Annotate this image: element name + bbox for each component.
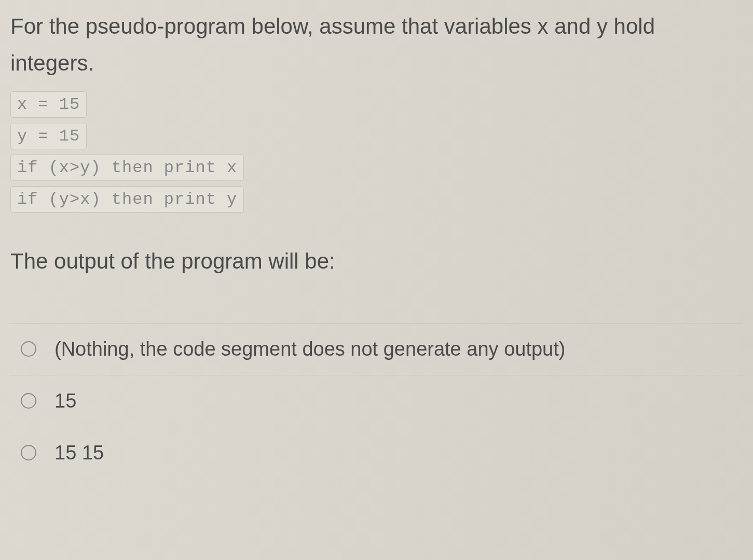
radio-icon	[21, 393, 36, 409]
option-a-label: (Nothing, the code segment does not gene…	[54, 338, 565, 360]
options-list: (Nothing, the code segment does not gene…	[10, 323, 743, 479]
question-prompt: The output of the program will be:	[10, 249, 743, 274]
code-block-container: x = 15 y = 15 if (x>y) then print x if (…	[10, 91, 743, 213]
option-b[interactable]: 15	[10, 375, 743, 427]
radio-icon	[21, 341, 36, 357]
code-line-3: if (x>y) then print x	[10, 155, 244, 181]
option-a[interactable]: (Nothing, the code segment does not gene…	[10, 323, 743, 375]
code-line-4: if (y>x) then print y	[10, 186, 244, 213]
question-stem: For the pseudo-program below, assume tha…	[10, 8, 743, 82]
option-c-label: 15 15	[54, 442, 104, 464]
option-b-label: 15	[54, 390, 76, 412]
option-c[interactable]: 15 15	[10, 427, 743, 479]
code-line-1: x = 15	[10, 91, 87, 118]
code-line-2: y = 15	[10, 123, 87, 149]
radio-icon	[21, 445, 36, 460]
